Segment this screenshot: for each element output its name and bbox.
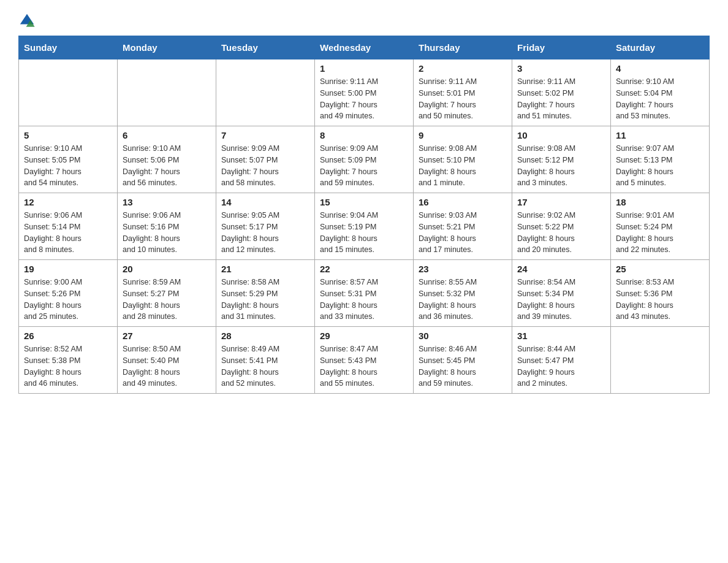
day-number: 26 bbox=[24, 331, 112, 341]
calendar-cell bbox=[19, 59, 118, 126]
calendar-cell: 12Sunrise: 9:06 AMSunset: 5:14 PMDayligh… bbox=[19, 193, 118, 260]
calendar-cell: 14Sunrise: 9:05 AMSunset: 5:17 PMDayligh… bbox=[216, 193, 315, 260]
weekday-header-monday: Monday bbox=[118, 36, 216, 59]
calendar-cell: 15Sunrise: 9:04 AMSunset: 5:19 PMDayligh… bbox=[315, 193, 414, 260]
day-info: Sunrise: 9:06 AMSunset: 5:16 PMDaylight:… bbox=[123, 210, 211, 256]
day-number: 25 bbox=[616, 264, 704, 274]
day-number: 21 bbox=[221, 264, 309, 274]
calendar-table: SundayMondayTuesdayWednesdayThursdayFrid… bbox=[18, 36, 710, 394]
day-info: Sunrise: 9:11 AMSunset: 5:02 PMDaylight:… bbox=[517, 76, 605, 122]
day-info: Sunrise: 9:00 AMSunset: 5:26 PMDaylight:… bbox=[24, 277, 112, 323]
calendar-cell: 10Sunrise: 9:08 AMSunset: 5:12 PMDayligh… bbox=[512, 126, 611, 193]
page-header bbox=[18, 12, 710, 29]
day-info: Sunrise: 8:57 AMSunset: 5:31 PMDaylight:… bbox=[320, 277, 408, 323]
weekday-header-thursday: Thursday bbox=[414, 36, 512, 59]
calendar-week-2: 5Sunrise: 9:10 AMSunset: 5:05 PMDaylight… bbox=[19, 126, 710, 193]
logo bbox=[18, 12, 38, 29]
calendar-cell: 20Sunrise: 8:59 AMSunset: 5:27 PMDayligh… bbox=[118, 260, 216, 327]
day-info: Sunrise: 8:52 AMSunset: 5:38 PMDaylight:… bbox=[24, 343, 112, 389]
calendar-cell: 7Sunrise: 9:09 AMSunset: 5:07 PMDaylight… bbox=[216, 126, 315, 193]
calendar-cell bbox=[118, 59, 216, 126]
day-number: 31 bbox=[517, 331, 605, 341]
calendar-cell: 16Sunrise: 9:03 AMSunset: 5:21 PMDayligh… bbox=[414, 193, 512, 260]
calendar-cell: 23Sunrise: 8:55 AMSunset: 5:32 PMDayligh… bbox=[414, 260, 512, 327]
weekday-header-sunday: Sunday bbox=[19, 36, 118, 59]
day-info: Sunrise: 8:54 AMSunset: 5:34 PMDaylight:… bbox=[517, 277, 605, 323]
day-number: 4 bbox=[616, 63, 704, 74]
day-number: 24 bbox=[517, 264, 605, 274]
day-number: 2 bbox=[419, 63, 507, 74]
calendar-cell: 2Sunrise: 9:11 AMSunset: 5:01 PMDaylight… bbox=[414, 59, 512, 126]
weekday-header-tuesday: Tuesday bbox=[216, 36, 315, 59]
day-info: Sunrise: 8:44 AMSunset: 5:47 PMDaylight:… bbox=[517, 343, 605, 389]
calendar-cell: 6Sunrise: 9:10 AMSunset: 5:06 PMDaylight… bbox=[118, 126, 216, 193]
calendar-cell: 27Sunrise: 8:50 AMSunset: 5:40 PMDayligh… bbox=[118, 327, 216, 394]
day-info: Sunrise: 9:09 AMSunset: 5:07 PMDaylight:… bbox=[221, 143, 309, 189]
calendar-cell: 17Sunrise: 9:02 AMSunset: 5:22 PMDayligh… bbox=[512, 193, 611, 260]
day-info: Sunrise: 9:01 AMSunset: 5:24 PMDaylight:… bbox=[616, 210, 704, 256]
day-number: 15 bbox=[320, 197, 408, 207]
weekday-header-wednesday: Wednesday bbox=[315, 36, 414, 59]
day-info: Sunrise: 8:50 AMSunset: 5:40 PMDaylight:… bbox=[123, 343, 211, 389]
day-info: Sunrise: 8:59 AMSunset: 5:27 PMDaylight:… bbox=[123, 277, 211, 323]
calendar-cell: 22Sunrise: 8:57 AMSunset: 5:31 PMDayligh… bbox=[315, 260, 414, 327]
calendar-cell: 21Sunrise: 8:58 AMSunset: 5:29 PMDayligh… bbox=[216, 260, 315, 327]
day-info: Sunrise: 9:08 AMSunset: 5:10 PMDaylight:… bbox=[419, 143, 507, 189]
day-number: 9 bbox=[419, 130, 507, 140]
calendar-cell: 1Sunrise: 9:11 AMSunset: 5:00 PMDaylight… bbox=[315, 59, 414, 126]
day-info: Sunrise: 9:03 AMSunset: 5:21 PMDaylight:… bbox=[419, 210, 507, 256]
day-number: 12 bbox=[24, 197, 112, 207]
day-info: Sunrise: 9:09 AMSunset: 5:09 PMDaylight:… bbox=[320, 143, 408, 189]
day-info: Sunrise: 8:46 AMSunset: 5:45 PMDaylight:… bbox=[419, 343, 507, 389]
day-info: Sunrise: 9:02 AMSunset: 5:22 PMDaylight:… bbox=[517, 210, 605, 256]
day-info: Sunrise: 8:47 AMSunset: 5:43 PMDaylight:… bbox=[320, 343, 408, 389]
day-number: 18 bbox=[616, 197, 704, 207]
calendar-cell: 8Sunrise: 9:09 AMSunset: 5:09 PMDaylight… bbox=[315, 126, 414, 193]
weekday-header-saturday: Saturday bbox=[611, 36, 710, 59]
day-info: Sunrise: 9:05 AMSunset: 5:17 PMDaylight:… bbox=[221, 210, 309, 256]
day-number: 23 bbox=[419, 264, 507, 274]
day-number: 8 bbox=[320, 130, 408, 140]
calendar-cell: 29Sunrise: 8:47 AMSunset: 5:43 PMDayligh… bbox=[315, 327, 414, 394]
calendar-cell: 11Sunrise: 9:07 AMSunset: 5:13 PMDayligh… bbox=[611, 126, 710, 193]
calendar-cell: 9Sunrise: 9:08 AMSunset: 5:10 PMDaylight… bbox=[414, 126, 512, 193]
calendar-cell: 30Sunrise: 8:46 AMSunset: 5:45 PMDayligh… bbox=[414, 327, 512, 394]
calendar-week-3: 12Sunrise: 9:06 AMSunset: 5:14 PMDayligh… bbox=[19, 193, 710, 260]
day-info: Sunrise: 9:11 AMSunset: 5:00 PMDaylight:… bbox=[320, 76, 408, 122]
day-number: 11 bbox=[616, 130, 704, 140]
calendar-week-5: 26Sunrise: 8:52 AMSunset: 5:38 PMDayligh… bbox=[19, 327, 710, 394]
calendar-cell: 18Sunrise: 9:01 AMSunset: 5:24 PMDayligh… bbox=[611, 193, 710, 260]
day-number: 16 bbox=[419, 197, 507, 207]
day-number: 13 bbox=[123, 197, 211, 207]
day-number: 28 bbox=[221, 331, 309, 341]
calendar-cell: 4Sunrise: 9:10 AMSunset: 5:04 PMDaylight… bbox=[611, 59, 710, 126]
day-number: 10 bbox=[517, 130, 605, 140]
calendar-cell bbox=[216, 59, 315, 126]
calendar-cell: 13Sunrise: 9:06 AMSunset: 5:16 PMDayligh… bbox=[118, 193, 216, 260]
day-info: Sunrise: 9:10 AMSunset: 5:05 PMDaylight:… bbox=[24, 143, 112, 189]
day-number: 1 bbox=[320, 63, 408, 74]
calendar-cell bbox=[611, 327, 710, 394]
day-info: Sunrise: 8:53 AMSunset: 5:36 PMDaylight:… bbox=[616, 277, 704, 323]
day-info: Sunrise: 8:49 AMSunset: 5:41 PMDaylight:… bbox=[221, 343, 309, 389]
day-number: 29 bbox=[320, 331, 408, 341]
logo-icon bbox=[18, 12, 36, 29]
day-number: 30 bbox=[419, 331, 507, 341]
day-number: 19 bbox=[24, 264, 112, 274]
day-info: Sunrise: 9:10 AMSunset: 5:04 PMDaylight:… bbox=[616, 76, 704, 122]
day-info: Sunrise: 9:10 AMSunset: 5:06 PMDaylight:… bbox=[123, 143, 211, 189]
calendar-cell: 25Sunrise: 8:53 AMSunset: 5:36 PMDayligh… bbox=[611, 260, 710, 327]
day-info: Sunrise: 8:55 AMSunset: 5:32 PMDaylight:… bbox=[419, 277, 507, 323]
day-number: 20 bbox=[123, 264, 211, 274]
calendar-cell: 31Sunrise: 8:44 AMSunset: 5:47 PMDayligh… bbox=[512, 327, 611, 394]
day-info: Sunrise: 9:06 AMSunset: 5:14 PMDaylight:… bbox=[24, 210, 112, 256]
calendar-cell: 26Sunrise: 8:52 AMSunset: 5:38 PMDayligh… bbox=[19, 327, 118, 394]
calendar-week-1: 1Sunrise: 9:11 AMSunset: 5:00 PMDaylight… bbox=[19, 59, 710, 126]
day-number: 14 bbox=[221, 197, 309, 207]
day-number: 22 bbox=[320, 264, 408, 274]
calendar-cell: 28Sunrise: 8:49 AMSunset: 5:41 PMDayligh… bbox=[216, 327, 315, 394]
calendar-cell: 3Sunrise: 9:11 AMSunset: 5:02 PMDaylight… bbox=[512, 59, 611, 126]
day-number: 6 bbox=[123, 130, 211, 140]
day-info: Sunrise: 9:07 AMSunset: 5:13 PMDaylight:… bbox=[616, 143, 704, 189]
day-info: Sunrise: 9:08 AMSunset: 5:12 PMDaylight:… bbox=[517, 143, 605, 189]
